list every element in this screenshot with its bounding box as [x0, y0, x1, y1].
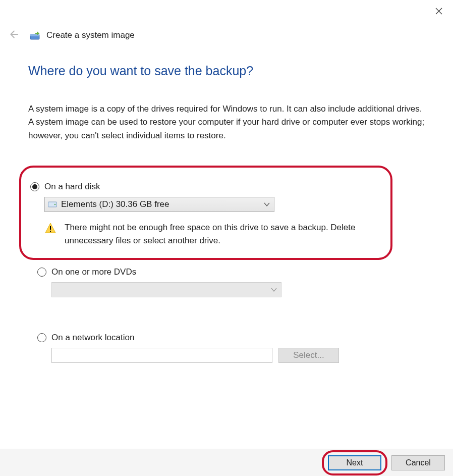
chevron-down-icon: [271, 285, 277, 295]
highlight-next-button: Next: [322, 450, 387, 475]
radio-hard-disk[interactable]: [30, 182, 39, 191]
next-button[interactable]: Next: [328, 455, 381, 470]
label-dvd: On one or more DVDs: [51, 267, 136, 277]
svg-rect-7: [50, 231, 51, 232]
warning-triangle-icon: [44, 222, 56, 234]
dropdown-selected-value: Elements (D:) 30.36 GB free: [61, 199, 169, 209]
close-icon: [435, 8, 442, 17]
close-button[interactable]: [433, 6, 445, 18]
system-image-icon: [29, 29, 41, 41]
wizard-header: Create a system image: [6, 28, 447, 42]
cancel-button[interactable]: Cancel: [391, 455, 445, 470]
label-network: On a network location: [51, 333, 134, 343]
back-arrow-icon: [8, 29, 19, 42]
select-network-button[interactable]: Select...: [278, 348, 339, 363]
label-hard-disk: On a hard disk: [44, 182, 100, 192]
chevron-down-icon: [264, 199, 270, 209]
warning-message: There might not be enough free space on …: [65, 221, 372, 247]
radio-dvd[interactable]: [37, 268, 46, 277]
option-network: On a network location Select...: [28, 333, 434, 363]
back-button[interactable]: [6, 28, 20, 42]
svg-rect-3: [30, 34, 39, 36]
highlight-harddisk-option: On a hard disk Elements (D:) 30.36 GB fr…: [19, 166, 392, 260]
page-description: A system image is a copy of the drives r…: [28, 102, 427, 142]
radio-network[interactable]: [37, 333, 46, 342]
page-heading: Where do you want to save the backup?: [28, 64, 434, 78]
content-area: Where do you want to save the backup? A …: [28, 64, 434, 363]
dialog-footer: Next Cancel: [0, 449, 453, 476]
svg-point-5: [54, 204, 55, 205]
dropdown-hard-disk[interactable]: Elements (D:) 30.36 GB free: [44, 197, 274, 212]
option-dvd: On one or more DVDs: [28, 267, 434, 297]
hard-drive-icon: [48, 201, 57, 208]
dropdown-dvd[interactable]: [51, 282, 281, 297]
wizard-title: Create a system image: [46, 30, 135, 40]
network-path-input[interactable]: [51, 348, 272, 363]
svg-rect-6: [50, 226, 51, 230]
